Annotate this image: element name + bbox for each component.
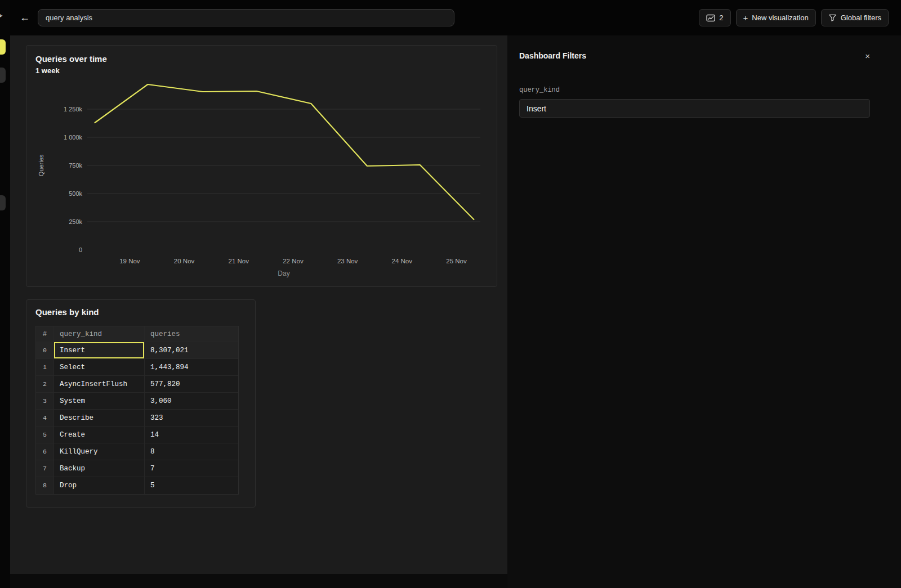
queries-by-kind-card: Queries by kind #query_kindqueries0Inser… [26, 299, 256, 508]
row-index-cell[interactable]: 1 [36, 359, 54, 376]
table-cell[interactable]: 14 [145, 427, 238, 443]
table-cell[interactable]: Backup [54, 460, 145, 477]
y-tick-label: 1 250k [64, 106, 83, 113]
x-tick-label: 21 Nov [229, 258, 249, 264]
row-index-cell[interactable]: 8 [36, 477, 54, 494]
query-kind-filter-label: query_kind [519, 86, 870, 94]
dashboard-name-input[interactable] [38, 9, 454, 26]
y-tick-label: 0 [79, 246, 82, 253]
refresh-icon[interactable]: ⟳ [0, 11, 3, 21]
table-cell[interactable]: AsyncInsertFlush [54, 376, 145, 393]
sidebar-item-active[interactable] [0, 39, 6, 55]
main-column: ← 2 + New visualization [10, 0, 901, 588]
table-header-index: # [36, 326, 54, 342]
x-tick-label: 25 Nov [446, 258, 467, 264]
table-cell[interactable]: 8 [145, 443, 238, 460]
filters-panel-title: Dashboard Filters [519, 51, 586, 60]
new-visualization-label: New visualization [752, 14, 808, 22]
sidebar-item[interactable] [0, 195, 6, 210]
query-kind-filter-input[interactable] [519, 99, 870, 118]
close-icon[interactable]: × [865, 52, 870, 60]
y-tick-label: 250k [69, 218, 82, 225]
row-index-cell[interactable]: 2 [36, 376, 54, 393]
table-cell[interactable]: 7 [145, 460, 238, 477]
topbar: ← 2 + New visualization [10, 0, 901, 35]
table-cell[interactable]: Select [54, 359, 145, 376]
row-index-cell[interactable]: 5 [36, 427, 54, 443]
dashboard-filters-panel: Dashboard Filters × query_kind [507, 35, 901, 588]
table-cell[interactable]: Create [54, 427, 145, 443]
queries-by-kind-table: #query_kindqueries0Insert8,307,0211Selec… [35, 326, 239, 495]
plus-icon: + [743, 14, 748, 22]
row-index-cell[interactable]: 6 [36, 443, 54, 460]
table-cell[interactable]: 8,307,021 [145, 342, 238, 359]
visualization-count: 2 [719, 14, 723, 22]
table-header-queries: queries [145, 326, 238, 342]
x-tick-label: 22 Nov [283, 258, 304, 264]
new-visualization-button[interactable]: + New visualization [736, 9, 816, 26]
global-filters-label: Global filters [841, 14, 881, 22]
row-index-cell[interactable]: 0 [36, 342, 54, 359]
funnel-icon [828, 14, 837, 22]
content-row: Queries over time 1 week 0250k500k750k1 … [10, 35, 901, 588]
table-header-kind: query_kind [54, 326, 145, 342]
table-cell[interactable]: 1,443,894 [145, 359, 238, 376]
table-cell[interactable]: 323 [145, 410, 238, 427]
y-tick-label: 750k [69, 162, 82, 169]
global-filters-button[interactable]: Global filters [821, 9, 889, 26]
queries-over-time-chart[interactable]: 0250k500k750k1 000k1 250k19 Nov20 Nov21 … [35, 77, 489, 284]
table-cell[interactable]: Describe [54, 410, 145, 427]
row-index-cell[interactable]: 3 [36, 393, 54, 410]
dashboard-canvas-inner: Queries over time 1 week 0250k500k750k1 … [10, 35, 507, 574]
back-button[interactable]: ← [17, 10, 33, 26]
chart-title: Queries over time [35, 53, 488, 65]
left-sidebar: ⟳ [0, 0, 10, 588]
chart-subtitle: 1 week [35, 66, 488, 75]
row-index-cell[interactable]: 7 [36, 460, 54, 477]
y-axis-label: Queries [38, 154, 44, 176]
y-tick-label: 500k [69, 190, 82, 197]
table-cell[interactable]: Drop [54, 477, 145, 494]
table-cell[interactable]: Insert [54, 342, 145, 359]
x-axis-label: Day [278, 270, 289, 277]
sidebar-item[interactable] [0, 68, 6, 83]
y-tick-label: 1 000k [64, 134, 83, 141]
table-cell[interactable]: System [54, 393, 145, 410]
x-tick-label: 23 Nov [337, 258, 358, 264]
x-tick-label: 19 Nov [119, 258, 140, 264]
table-cell[interactable]: 577,820 [145, 376, 238, 393]
filters-panel-header: Dashboard Filters × [519, 51, 870, 60]
table-cell[interactable]: 5 [145, 477, 238, 494]
chart-line-queries [95, 84, 474, 219]
visualization-count-button[interactable]: 2 [699, 9, 730, 26]
table-cell[interactable]: KillQuery [54, 443, 145, 460]
queries-over-time-card: Queries over time 1 week 0250k500k750k1 … [26, 45, 497, 287]
chart-frame-icon [706, 14, 715, 22]
table-cell[interactable]: 3,060 [145, 393, 238, 410]
x-tick-label: 24 Nov [392, 258, 413, 264]
x-tick-label: 20 Nov [174, 258, 195, 264]
dashboard-canvas: Queries over time 1 week 0250k500k750k1 … [10, 35, 507, 588]
row-index-cell[interactable]: 4 [36, 410, 54, 427]
app-root: ⟳ ← 2 + New visualization [0, 0, 901, 588]
table-title: Queries by kind [35, 307, 246, 318]
